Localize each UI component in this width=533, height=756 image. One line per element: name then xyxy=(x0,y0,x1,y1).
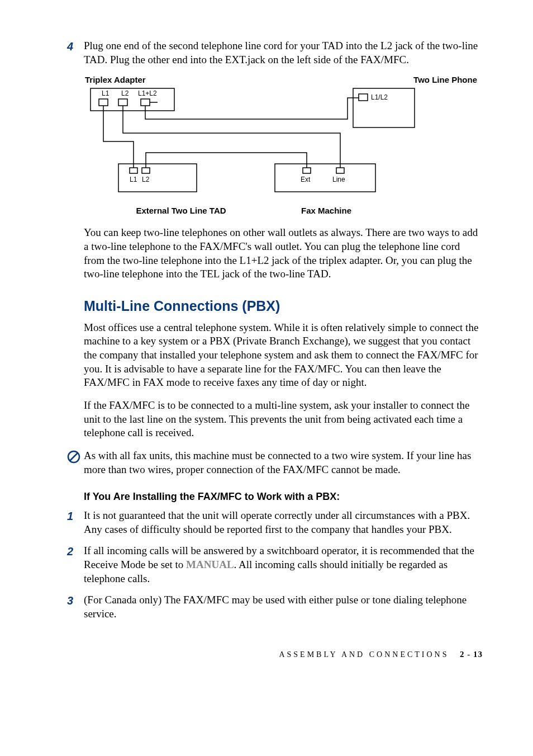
subheading-install-pbx: If You Are Installing the FAX/MFC to Wor… xyxy=(84,490,483,503)
pbx-step-3-text: (For Canada only) The FAX/MFC may be use… xyxy=(84,593,483,621)
wiring-diagram: Triplex Adapter Two Line Phone L1 L2 L1+… xyxy=(85,74,483,216)
pbx-paragraph-2: If the FAX/MFC is to be connected to a m… xyxy=(84,399,483,440)
paragraph-after-diagram: You can keep two-line telephones on othe… xyxy=(84,226,483,281)
section-heading-pbx: Multi-Line Connections (PBX) xyxy=(84,297,483,315)
fax-machine-label: Fax Machine xyxy=(282,205,371,216)
jack-l1l2-text: L1+L2 xyxy=(138,89,157,97)
tad-l2-text: L2 xyxy=(142,176,150,183)
external-tad-label: External Two Line TAD xyxy=(125,205,237,216)
step-4-text: Plug one end of the second telephone lin… xyxy=(84,39,483,67)
footer-title: ASSEMBLY AND CONNECTIONS xyxy=(279,650,449,659)
svg-rect-8 xyxy=(130,168,137,173)
svg-rect-12 xyxy=(336,168,344,173)
svg-rect-10 xyxy=(275,164,375,192)
pbx-step-2: 2 If all incoming calls will be answered… xyxy=(67,544,483,585)
svg-rect-1 xyxy=(99,99,108,106)
two-line-phone-label: Two Line Phone xyxy=(413,74,477,86)
fax-ext-text: Ext xyxy=(301,176,311,183)
warning-note-text: As with all fax units, this machine must… xyxy=(84,449,483,476)
pbx-step-3: 3 (For Canada only) The FAX/MFC may be u… xyxy=(67,593,483,621)
wiring-diagram-svg: L1 L2 L1+L2 L1/L2 L1 L2 Ext Line xyxy=(85,86,420,203)
svg-rect-6 xyxy=(359,94,368,101)
pbx-paragraph-1: Most offices use a central telephone sys… xyxy=(84,321,483,390)
warning-note: As with all fax units, this machine must… xyxy=(67,449,483,476)
pbx-step-1-number: 1 xyxy=(67,509,84,536)
svg-rect-9 xyxy=(142,168,150,173)
svg-rect-3 xyxy=(141,99,150,106)
jack-l2-text: L2 xyxy=(121,89,129,97)
jack-l1-text: L1 xyxy=(102,89,110,97)
pbx-step-1-text: It is not guaranteed that the unit will … xyxy=(84,509,483,536)
step-4: 4 Plug one end of the second telephone l… xyxy=(67,39,483,67)
svg-rect-11 xyxy=(303,168,311,173)
phone-l1l2-text: L1/L2 xyxy=(371,93,388,101)
prohibit-icon xyxy=(67,450,82,464)
page-footer: ASSEMBLY AND CONNECTIONS 2 - 13 xyxy=(67,649,483,660)
tad-l1-text: L1 xyxy=(130,176,137,183)
fax-line-text: Line xyxy=(332,176,345,183)
pbx-step-2-key: MANUAL xyxy=(186,559,234,570)
pbx-step-3-number: 3 xyxy=(67,593,84,621)
pbx-step-2-number: 2 xyxy=(67,544,84,585)
step-4-number: 4 xyxy=(67,39,84,67)
pbx-step-1: 1 It is not guaranteed that the unit wil… xyxy=(67,509,483,536)
triplex-adapter-label: Triplex Adapter xyxy=(85,74,146,86)
svg-line-14 xyxy=(70,453,78,461)
footer-page-number: 2 - 13 xyxy=(460,650,483,659)
svg-rect-2 xyxy=(118,99,127,106)
pbx-step-2-text: If all incoming calls will be answered b… xyxy=(84,544,483,585)
